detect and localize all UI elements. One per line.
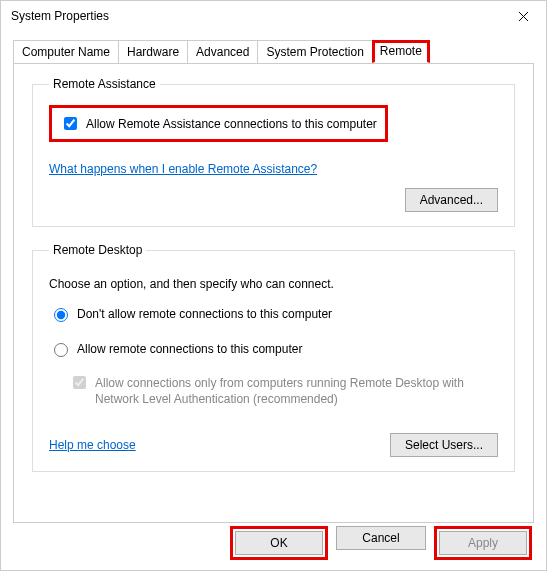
remote-assistance-advanced-button[interactable]: Advanced... <box>405 188 498 212</box>
option-allow-row: Allow remote connections to this compute… <box>49 340 498 357</box>
nla-checkbox <box>73 376 86 389</box>
tab-remote[interactable]: Remote <box>372 40 430 63</box>
tab-panel-remote: Remote Assistance Allow Remote Assistanc… <box>13 63 534 523</box>
option-allow-radio[interactable] <box>54 343 68 357</box>
apply-highlight: Apply <box>434 526 532 560</box>
window-title: System Properties <box>11 9 109 23</box>
ok-button[interactable]: OK <box>235 531 323 555</box>
cancel-button[interactable]: Cancel <box>336 526 426 550</box>
nla-label: Allow connections only from computers ru… <box>95 375 498 407</box>
option-deny-label: Don't allow remote connections to this c… <box>77 307 332 321</box>
select-users-button[interactable]: Select Users... <box>390 433 498 457</box>
tab-strip: Computer Name Hardware Advanced System P… <box>13 40 534 64</box>
option-deny-radio[interactable] <box>54 308 68 322</box>
dialog-button-row: OK Cancel Apply <box>230 526 532 560</box>
tab-hardware[interactable]: Hardware <box>118 40 188 63</box>
option-deny-row: Don't allow remote connections to this c… <box>49 305 498 322</box>
tab-system-protection[interactable]: System Protection <box>257 40 372 63</box>
remote-desktop-legend: Remote Desktop <box>49 243 146 257</box>
tab-computer-name[interactable]: Computer Name <box>13 40 119 63</box>
titlebar: System Properties <box>1 1 546 31</box>
option-allow-label: Allow remote connections to this compute… <box>77 342 302 356</box>
allow-remote-assistance-row: Allow Remote Assistance connections to t… <box>49 105 388 142</box>
remote-assistance-help-link[interactable]: What happens when I enable Remote Assist… <box>49 162 317 176</box>
dialog-content: Computer Name Hardware Advanced System P… <box>1 31 546 523</box>
remote-desktop-instruction: Choose an option, and then specify who c… <box>49 277 498 291</box>
ok-highlight: OK <box>230 526 328 560</box>
tab-advanced[interactable]: Advanced <box>187 40 258 63</box>
close-button[interactable] <box>501 1 546 31</box>
system-properties-window: System Properties Computer Name Hardware… <box>0 0 547 571</box>
apply-button[interactable]: Apply <box>439 531 527 555</box>
allow-remote-assistance-checkbox[interactable] <box>64 117 77 130</box>
remote-desktop-group: Remote Desktop Choose an option, and the… <box>32 243 515 472</box>
nla-row: Allow connections only from computers ru… <box>69 375 498 407</box>
remote-assistance-group: Remote Assistance Allow Remote Assistanc… <box>32 77 515 227</box>
help-me-choose-link[interactable]: Help me choose <box>49 438 136 452</box>
remote-assistance-legend: Remote Assistance <box>49 77 160 91</box>
close-icon <box>518 11 529 22</box>
allow-remote-assistance-label: Allow Remote Assistance connections to t… <box>86 117 377 131</box>
